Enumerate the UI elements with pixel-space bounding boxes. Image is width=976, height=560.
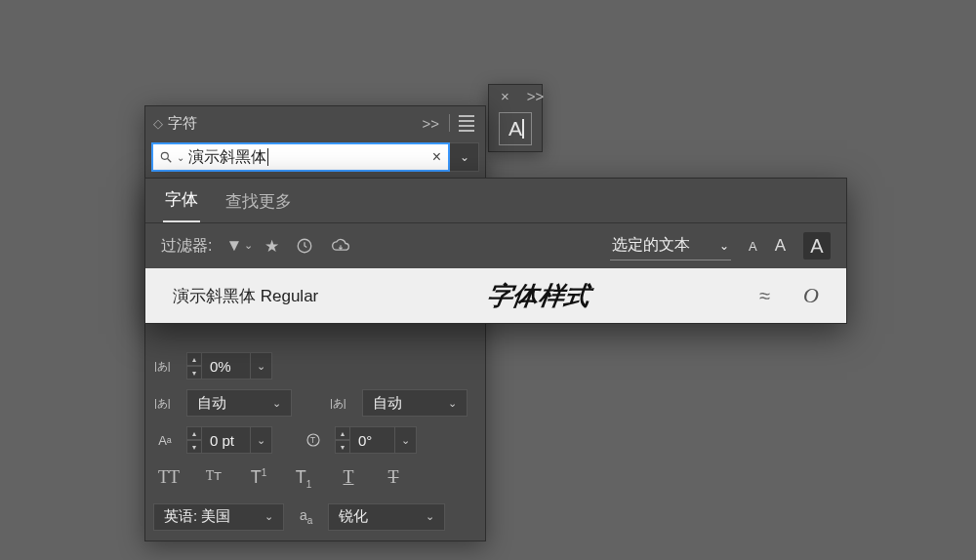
font-search-value: 演示斜黑体 <box>188 147 266 168</box>
character-panel-icon[interactable]: A <box>499 112 532 145</box>
chevron-down-icon: ⌄ <box>719 239 729 253</box>
svg-text:|あ|: |あ| <box>154 397 171 409</box>
superscript-button[interactable]: T1 <box>245 467 272 490</box>
baseline-shift-icon: Aa <box>153 430 177 450</box>
font-list-item[interactable]: 演示斜黑体 Regular 字体样式 ≈ O <box>145 268 846 323</box>
opentype-toggle-row: TT Tᴛ T1 T1 T T <box>153 463 477 494</box>
opentype-badge-icon: O <box>803 283 819 308</box>
similar-fonts-icon[interactable]: ≈ <box>759 285 770 307</box>
antialias-value: 锐化 <box>339 507 368 526</box>
close-icon[interactable]: × <box>497 86 513 106</box>
antialias-icon: aa <box>300 507 312 526</box>
svg-text:T: T <box>310 436 315 445</box>
tab-fonts[interactable]: 字体 <box>163 188 200 222</box>
recent-clock-icon[interactable] <box>296 237 317 255</box>
tab-find-more[interactable]: 查找更多 <box>224 190 294 222</box>
chevron-down-icon[interactable]: ⌄ <box>251 426 272 454</box>
chevron-down-icon: ⌄ <box>436 397 457 410</box>
subscript-button[interactable]: T1 <box>290 467 317 490</box>
svg-point-0 <box>161 152 168 159</box>
chevron-down-icon: ⌄ <box>414 510 434 523</box>
svg-line-1 <box>168 159 172 163</box>
favorite-star-icon[interactable]: ★ <box>261 236 282 257</box>
font-name-label: 演示斜黑体 Regular <box>173 285 318 307</box>
kerning-left-value: 自动 <box>197 394 226 413</box>
tracking-value: 0% <box>202 352 251 380</box>
text-caret <box>267 148 268 166</box>
baseline-shift-value: 0 pt <box>202 426 251 454</box>
all-caps-button[interactable]: TT <box>155 467 183 490</box>
expand-icon[interactable]: >> <box>523 86 549 106</box>
cloud-sync-icon[interactable] <box>331 238 352 254</box>
kerning-left-select[interactable]: 自动 ⌄ <box>186 389 292 417</box>
chevron-down-icon[interactable]: ⌄ <box>395 426 417 454</box>
panel-menu-icon[interactable] <box>456 112 477 135</box>
collapse-button[interactable]: >> <box>418 113 443 134</box>
strikethrough-button[interactable]: T <box>380 467 407 490</box>
font-dropdown-button[interactable]: ⌄ <box>450 142 479 172</box>
rotate-icon: T <box>302 430 325 450</box>
search-icon <box>159 150 173 164</box>
panel-header[interactable]: ◇ 字符 >> <box>145 106 485 140</box>
chevron-down-icon: ⌄ <box>177 152 184 163</box>
tracking-icon: |あ| <box>153 356 177 376</box>
preview-source-select[interactable]: 选定的文本 ⌄ <box>610 231 731 260</box>
chevron-down-icon: ⌄ <box>253 510 273 523</box>
language-value: 英语: 美国 <box>164 507 230 526</box>
chevron-down-icon[interactable]: ⌄ <box>251 352 272 380</box>
language-select[interactable]: 英语: 美国 ⌄ <box>153 503 284 531</box>
antialias-select[interactable]: 锐化 ⌄ <box>328 503 445 531</box>
chevron-down-icon: ⌄ <box>261 397 281 410</box>
preview-size-small[interactable]: A <box>749 239 757 254</box>
font-search-input[interactable]: ⌄ 演示斜黑体 × <box>151 142 450 172</box>
preview-source-value: 选定的文本 <box>612 235 690 256</box>
collapsed-panel-dock: × >> A <box>488 84 543 152</box>
svg-text:|あ|: |あ| <box>154 360 171 372</box>
panel-title: 字符 <box>168 114 197 133</box>
filter-funnel-icon[interactable]: ▼ <box>225 236 247 256</box>
kerning-right-select[interactable]: 自动 ⌄ <box>362 389 468 417</box>
baseline-shift-stepper[interactable]: ▴▾ 0 pt ⌄ <box>186 426 272 454</box>
tracking-stepper[interactable]: ▴▾ 0% ⌄ <box>186 352 272 380</box>
kerning-left-icon: |あ| <box>153 393 177 413</box>
kerning-right-icon: |あ| <box>329 393 352 413</box>
rotate-stepper[interactable]: ▴▾ 0° ⌄ <box>335 426 417 454</box>
small-caps-button[interactable]: Tᴛ <box>200 467 227 490</box>
font-preview-sample: 字体样式 <box>316 279 762 313</box>
grip-icon: ◇ <box>153 116 162 131</box>
kerning-right-value: 自动 <box>373 394 402 413</box>
character-glyph: A <box>508 117 522 140</box>
svg-text:|あ|: |あ| <box>330 397 346 409</box>
underline-button[interactable]: T <box>335 467 362 490</box>
preview-size-large[interactable]: A <box>803 232 831 260</box>
filter-label: 过滤器: <box>161 236 212 257</box>
rotate-value: 0° <box>350 426 395 454</box>
clear-search-icon[interactable]: × <box>429 148 444 166</box>
preview-size-medium[interactable]: A <box>775 236 786 256</box>
divider <box>449 114 450 132</box>
font-picker-flyout: 字体 查找更多 过滤器: ▼ ★ 选定的文本 ⌄ A A A 演示斜黑体 Reg… <box>144 178 847 324</box>
